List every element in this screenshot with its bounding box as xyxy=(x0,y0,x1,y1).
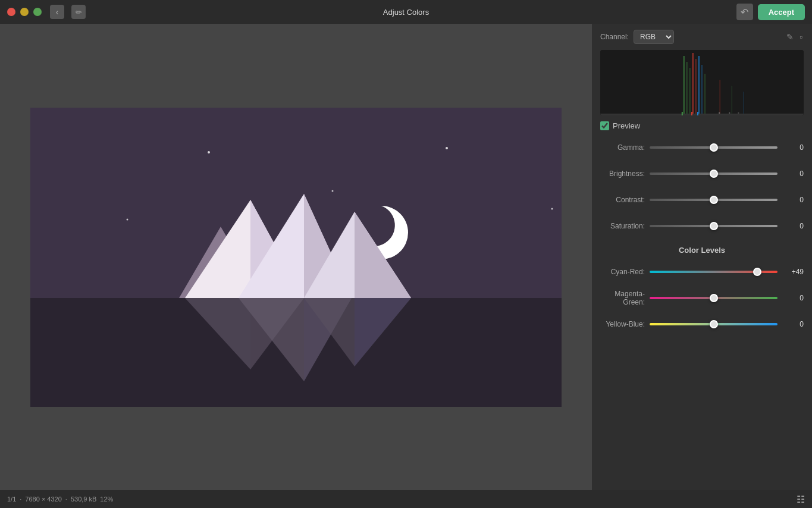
svg-point-4 xyxy=(332,190,334,192)
histogram-svg xyxy=(600,50,804,115)
gamma-slider-track-wrap[interactable] xyxy=(650,139,777,156)
svg-rect-37 xyxy=(697,112,698,115)
contrast-slider-row: Contrast: 0 xyxy=(600,191,804,209)
yellow-blue-slider-track-wrap[interactable] xyxy=(650,315,777,333)
status-separator2: · xyxy=(65,496,67,503)
cyan-red-slider-row: Cyan-Red: +49 xyxy=(600,263,804,281)
svg-point-6 xyxy=(551,208,553,209)
svg-rect-40 xyxy=(738,112,739,114)
status-filesize: 530,9 kB xyxy=(71,496,96,503)
contrast-handle[interactable] xyxy=(710,196,718,204)
brightness-value: 0 xyxy=(782,170,804,178)
right-panel: Channel: RGB Red Green Blue ✎ ▫ xyxy=(592,24,812,490)
brightness-slider-row: Brightness: 0 xyxy=(600,165,804,183)
magenta-green-label: Magenta-Green: xyxy=(600,290,645,306)
cyan-red-slider-track-wrap[interactable] xyxy=(650,263,777,281)
main-content: Channel: RGB Red Green Blue ✎ ▫ xyxy=(0,24,812,490)
svg-rect-34 xyxy=(600,114,804,115)
yellow-blue-value: 0 xyxy=(782,320,804,328)
preview-row: Preview xyxy=(600,121,804,130)
yellow-blue-label: Yellow-Blue: xyxy=(600,320,645,328)
status-bar-right: ☷ xyxy=(797,494,805,505)
gamma-handle[interactable] xyxy=(710,143,718,152)
gamma-label: Gamma: xyxy=(600,143,645,152)
status-zoom: 12% xyxy=(100,496,113,503)
svg-point-3 xyxy=(446,147,448,149)
cyan-red-label: Cyan-Red: xyxy=(600,268,645,276)
scene-image xyxy=(30,108,562,407)
pencil-icon-button[interactable]: ✎ xyxy=(785,31,795,43)
saturation-handle[interactable] xyxy=(710,222,718,230)
eyedropper-icon-button[interactable]: ▫ xyxy=(798,31,804,43)
saturation-value: 0 xyxy=(782,222,804,230)
yellow-blue-slider-row: Yellow-Blue: 0 xyxy=(600,315,804,333)
back-button[interactable]: ‹ xyxy=(50,5,64,19)
grid-icon[interactable]: ☷ xyxy=(797,494,805,504)
svg-point-2 xyxy=(208,151,210,153)
svg-rect-39 xyxy=(729,112,730,114)
contrast-slider-track-wrap[interactable] xyxy=(650,191,777,209)
window-title: Adjust Colors xyxy=(383,8,429,17)
magenta-green-slider-track-wrap[interactable] xyxy=(650,289,777,307)
accept-button[interactable]: Accept xyxy=(758,4,805,20)
undo-button[interactable]: ↶ xyxy=(736,4,753,20)
window-controls: ‹ ✏ xyxy=(7,5,86,19)
preview-label: Preview xyxy=(613,121,640,130)
minimize-button[interactable] xyxy=(20,8,29,16)
cyan-red-handle[interactable] xyxy=(753,268,761,276)
svg-rect-36 xyxy=(691,112,692,115)
crop-button[interactable]: ✏ xyxy=(71,5,86,19)
histogram xyxy=(600,50,804,115)
cyan-red-value: +49 xyxy=(782,268,804,276)
close-button[interactable] xyxy=(7,8,15,16)
maximize-button[interactable] xyxy=(33,8,42,16)
canvas-area xyxy=(0,24,592,490)
channel-label: Channel: xyxy=(600,33,629,41)
svg-rect-35 xyxy=(682,112,683,115)
saturation-slider-row: Saturation: 0 xyxy=(600,217,804,235)
gamma-value: 0 xyxy=(782,143,804,152)
svg-point-5 xyxy=(127,218,128,220)
status-bar: 1/1 · 7680 × 4320 · 530,9 kB 12% ☷ xyxy=(0,490,812,508)
titlebar: ‹ ✏ Adjust Colors ↶ Accept xyxy=(0,0,812,24)
brightness-handle[interactable] xyxy=(710,170,718,178)
status-separator1: · xyxy=(20,496,21,503)
status-dimensions: 7680 × 4320 xyxy=(25,496,61,503)
channel-select[interactable]: RGB Red Green Blue xyxy=(634,30,674,44)
yellow-blue-handle[interactable] xyxy=(710,320,718,328)
magenta-green-slider-row: Magenta-Green: 0 xyxy=(600,289,804,307)
contrast-value: 0 xyxy=(782,196,804,204)
channel-row: Channel: RGB Red Green Blue ✎ ▫ xyxy=(600,30,804,44)
panel-icons: ✎ ▫ xyxy=(785,31,804,43)
status-page: 1/1 xyxy=(7,496,16,503)
titlebar-actions: ↶ Accept xyxy=(736,4,805,20)
preview-checkbox[interactable] xyxy=(600,121,609,130)
saturation-label: Saturation: xyxy=(600,222,645,230)
saturation-slider-track-wrap[interactable] xyxy=(650,217,777,235)
brightness-slider-track-wrap[interactable] xyxy=(650,165,777,183)
magenta-green-handle[interactable] xyxy=(710,294,718,302)
brightness-label: Brightness: xyxy=(600,170,645,178)
image-container xyxy=(30,108,562,407)
svg-rect-38 xyxy=(719,112,720,114)
contrast-label: Contrast: xyxy=(600,196,645,204)
color-levels-title: Color Levels xyxy=(600,246,804,255)
gamma-slider-row: Gamma: 0 xyxy=(600,139,804,156)
magenta-green-value: 0 xyxy=(782,294,804,302)
